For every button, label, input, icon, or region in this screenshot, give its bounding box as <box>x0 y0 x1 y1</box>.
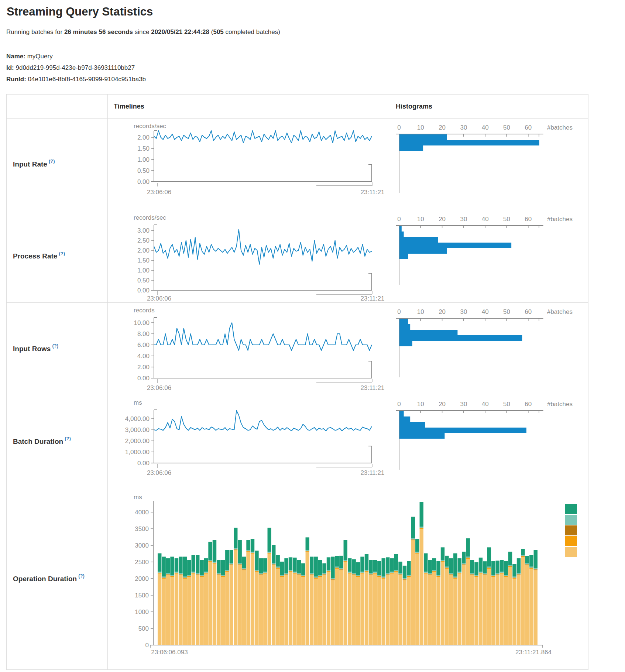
input-rate-histogram-chart[interactable]: 0102030405060#batches <box>389 118 588 210</box>
svg-text:60: 60 <box>525 124 532 131</box>
svg-text:30: 30 <box>460 401 467 408</box>
query-meta: Name: myQuery Id: 9d0dd219-995d-423e-b97… <box>6 51 625 85</box>
svg-text:#batches: #batches <box>547 401 573 408</box>
svg-text:records/sec: records/sec <box>134 214 166 221</box>
running-batches-summary: Running batches for 26 minutes 56 second… <box>6 28 625 36</box>
process-rate-help-icon[interactable]: (?) <box>59 251 65 256</box>
svg-text:500: 500 <box>138 625 149 632</box>
svg-text:23:06:06: 23:06:06 <box>147 384 171 391</box>
input-rate-timeline-chart[interactable]: records/sec0.000.501.001.502.0023:06:062… <box>107 118 389 210</box>
batch-duration-timeline-chart[interactable]: ms0.001,000.002,000.003,000.004,000.0023… <box>107 395 389 488</box>
row-label-batch-duration: Batch Duration(?) <box>7 395 107 488</box>
svg-text:23:11:21: 23:11:21 <box>361 469 385 476</box>
row-label-input-rows: Input Rows(?) <box>7 302 107 395</box>
input-rate-help-icon[interactable]: (?) <box>49 158 55 164</box>
svg-text:23:11:21: 23:11:21 <box>361 384 385 391</box>
svg-text:0.00: 0.00 <box>137 178 150 185</box>
svg-text:2.00: 2.00 <box>137 247 150 254</box>
page-title: Streaming Query Statistics <box>7 5 625 18</box>
svg-text:2.50: 2.50 <box>137 237 150 244</box>
column-header-timelines: Timelines <box>107 95 389 118</box>
svg-text:#batches: #batches <box>547 308 573 315</box>
svg-text:0.50: 0.50 <box>137 277 150 284</box>
operation-duration-chart[interactable]: ms0500100015002000250030003500400023:06:… <box>107 488 588 669</box>
row-label-input-rate: Input Rate(?) <box>7 118 107 210</box>
summary-text: ( <box>209 28 213 35</box>
batch-duration-help-icon[interactable]: (?) <box>65 436 71 441</box>
svg-text:1,000.00: 1,000.00 <box>125 449 150 456</box>
svg-text:2.00: 2.00 <box>137 134 150 141</box>
svg-text:50: 50 <box>503 216 510 223</box>
svg-text:0.00: 0.00 <box>137 375 150 382</box>
svg-text:4.00: 4.00 <box>137 353 150 360</box>
svg-text:23:06:06: 23:06:06 <box>147 469 171 476</box>
svg-text:3000: 3000 <box>135 542 149 549</box>
svg-text:0: 0 <box>397 124 401 131</box>
svg-text:10.00: 10.00 <box>134 319 150 326</box>
svg-text:records/sec: records/sec <box>134 123 166 130</box>
svg-text:2,000.00: 2,000.00 <box>125 438 150 445</box>
svg-text:23:06:06.093: 23:06:06.093 <box>151 649 188 656</box>
svg-text:1.00: 1.00 <box>137 156 150 163</box>
svg-text:20: 20 <box>439 308 446 315</box>
query-name-line: Name: myQuery <box>6 51 625 62</box>
svg-text:50: 50 <box>503 124 510 131</box>
svg-text:8.00: 8.00 <box>137 330 150 337</box>
svg-text:10: 10 <box>417 124 424 131</box>
query-id-line: Id: 9d0dd219-995d-423e-b97d-36931110bb27 <box>6 62 625 73</box>
svg-text:20: 20 <box>439 124 446 131</box>
svg-text:0: 0 <box>397 216 401 223</box>
svg-text:23:06:06: 23:06:06 <box>147 295 171 302</box>
svg-text:3,000.00: 3,000.00 <box>125 426 150 433</box>
svg-text:20: 20 <box>439 216 446 223</box>
row-label-process-rate: Process Rate(?) <box>7 210 107 302</box>
header-empty-cell <box>7 95 107 118</box>
svg-text:2500: 2500 <box>135 559 149 566</box>
query-id-label: Id: <box>6 64 14 71</box>
svg-text:#batches: #batches <box>547 124 573 131</box>
svg-text:3.00: 3.00 <box>137 227 150 234</box>
query-name-value: myQuery <box>25 53 53 60</box>
svg-text:1000: 1000 <box>135 608 149 616</box>
svg-text:20: 20 <box>439 401 446 408</box>
query-name-label: Name: <box>6 53 25 60</box>
svg-text:23:11:21.864: 23:11:21.864 <box>515 649 552 656</box>
svg-text:1.50: 1.50 <box>137 257 150 264</box>
svg-text:10: 10 <box>417 216 424 223</box>
summary-duration: 26 minutes 56 seconds <box>64 28 133 35</box>
svg-text:1500: 1500 <box>135 592 149 599</box>
svg-text:40: 40 <box>482 401 489 408</box>
input-rows-help-icon[interactable]: (?) <box>52 343 58 349</box>
query-runid-label: RunId: <box>6 76 26 83</box>
operation-duration-help-icon[interactable]: (?) <box>78 573 85 579</box>
svg-text:60: 60 <box>525 308 532 315</box>
streaming-query-statistics-page: Streaming Query Statistics Running batch… <box>0 0 625 672</box>
svg-text:60: 60 <box>525 401 532 408</box>
svg-text:30: 30 <box>460 216 467 223</box>
query-id-value: 9d0dd219-995d-423e-b97d-36931110bb27 <box>14 64 135 71</box>
process-rate-histogram-chart[interactable]: 0102030405060#batches <box>389 210 588 302</box>
process-rate-timeline-chart[interactable]: records/sec0.000.501.001.502.002.503.002… <box>107 210 389 302</box>
svg-text:ms: ms <box>134 399 142 406</box>
svg-text:40: 40 <box>482 124 489 131</box>
row-label-operation-duration: Operation Duration(?) <box>7 488 107 669</box>
svg-text:23:06:06: 23:06:06 <box>147 189 171 196</box>
summary-text: Running batches for <box>6 28 64 35</box>
svg-text:2.00: 2.00 <box>137 364 150 371</box>
svg-text:1.50: 1.50 <box>137 145 150 152</box>
summary-text: since <box>133 28 151 35</box>
query-runid-line: RunId: 04e101e6-8bf8-4165-9099-9104c951b… <box>6 73 625 85</box>
svg-text:3500: 3500 <box>135 525 149 532</box>
batch-duration-histogram-chart[interactable]: 0102030405060#batches <box>389 395 588 488</box>
svg-text:#batches: #batches <box>547 216 573 223</box>
input-rows-histogram-chart[interactable]: 0102030405060#batches <box>389 302 588 395</box>
svg-text:6.00: 6.00 <box>137 342 150 349</box>
svg-text:0: 0 <box>397 308 401 315</box>
svg-text:0.00: 0.00 <box>137 460 150 467</box>
svg-text:4000: 4000 <box>135 509 149 516</box>
svg-text:40: 40 <box>482 308 489 315</box>
statistics-table: Timelines Histograms Input Rate(?) recor… <box>6 94 588 670</box>
svg-text:10: 10 <box>417 308 424 315</box>
input-rows-timeline-chart[interactable]: records0.002.004.006.008.0010.0023:06:06… <box>107 302 389 395</box>
svg-text:0: 0 <box>145 642 149 649</box>
